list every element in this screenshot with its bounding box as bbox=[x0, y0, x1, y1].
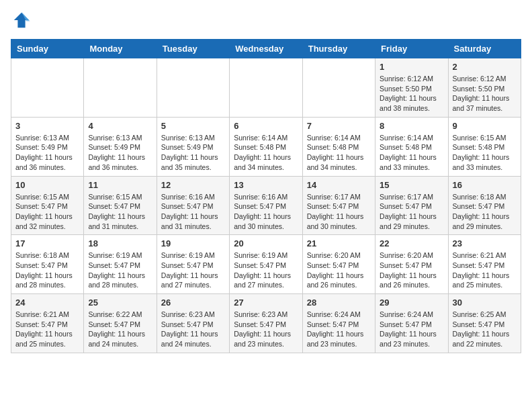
day-info: Sunrise: 6:16 AM Sunset: 5:47 PM Dayligh… bbox=[161, 192, 225, 232]
calendar-week-5: 24Sunrise: 6:21 AM Sunset: 5:47 PM Dayli… bbox=[11, 294, 521, 353]
day-number: 13 bbox=[234, 180, 298, 190]
calendar-cell: 8Sunrise: 6:14 AM Sunset: 5:48 PM Daylig… bbox=[375, 117, 448, 176]
day-number: 1 bbox=[380, 62, 443, 72]
calendar-cell: 24Sunrise: 6:21 AM Sunset: 5:47 PM Dayli… bbox=[11, 294, 84, 353]
calendar-week-1: 1Sunrise: 6:12 AM Sunset: 5:50 PM Daylig… bbox=[11, 58, 521, 118]
calendar-cell: 20Sunrise: 6:19 AM Sunset: 5:47 PM Dayli… bbox=[230, 235, 302, 294]
calendar-cell: 2Sunrise: 6:12 AM Sunset: 5:50 PM Daylig… bbox=[448, 58, 521, 118]
day-info: Sunrise: 6:19 AM Sunset: 5:47 PM Dayligh… bbox=[161, 250, 225, 290]
day-info: Sunrise: 6:12 AM Sunset: 5:50 PM Dayligh… bbox=[380, 74, 443, 113]
day-number: 24 bbox=[15, 298, 79, 308]
day-number: 4 bbox=[88, 121, 152, 131]
day-info: Sunrise: 6:23 AM Sunset: 5:47 PM Dayligh… bbox=[234, 310, 298, 349]
calendar-table: SundayMondayTuesdayWednesdayThursdayFrid… bbox=[11, 39, 521, 353]
day-number: 7 bbox=[307, 121, 371, 131]
day-info: Sunrise: 6:21 AM Sunset: 5:47 PM Dayligh… bbox=[15, 310, 79, 349]
weekday-header-thursday: Thursday bbox=[302, 40, 375, 58]
weekday-header-tuesday: Tuesday bbox=[157, 40, 229, 58]
day-info: Sunrise: 6:19 AM Sunset: 5:47 PM Dayligh… bbox=[88, 250, 152, 290]
calendar-cell: 14Sunrise: 6:17 AM Sunset: 5:47 PM Dayli… bbox=[302, 176, 375, 235]
calendar-cell: 16Sunrise: 6:18 AM Sunset: 5:47 PM Dayli… bbox=[448, 176, 521, 235]
day-number: 25 bbox=[88, 298, 152, 308]
calendar-cell bbox=[157, 58, 229, 118]
day-number: 19 bbox=[161, 238, 225, 248]
day-number: 16 bbox=[453, 180, 517, 190]
day-info: Sunrise: 6:16 AM Sunset: 5:47 PM Dayligh… bbox=[234, 192, 298, 232]
calendar-header-row: SundayMondayTuesdayWednesdayThursdayFrid… bbox=[11, 40, 521, 58]
day-info: Sunrise: 6:15 AM Sunset: 5:47 PM Dayligh… bbox=[15, 192, 79, 232]
day-number: 20 bbox=[234, 238, 298, 248]
calendar-cell: 7Sunrise: 6:14 AM Sunset: 5:48 PM Daylig… bbox=[302, 117, 375, 176]
day-number: 12 bbox=[161, 180, 225, 190]
weekday-header-friday: Friday bbox=[375, 40, 448, 58]
weekday-header-sunday: Sunday bbox=[11, 40, 84, 58]
day-number: 14 bbox=[307, 180, 371, 190]
calendar-cell: 6Sunrise: 6:14 AM Sunset: 5:48 PM Daylig… bbox=[230, 117, 302, 176]
calendar-cell: 25Sunrise: 6:22 AM Sunset: 5:47 PM Dayli… bbox=[84, 294, 157, 353]
day-number: 26 bbox=[161, 298, 225, 308]
day-number: 10 bbox=[15, 180, 79, 190]
day-info: Sunrise: 6:21 AM Sunset: 5:47 PM Dayligh… bbox=[453, 250, 517, 290]
day-number: 5 bbox=[161, 121, 225, 131]
day-info: Sunrise: 6:14 AM Sunset: 5:48 PM Dayligh… bbox=[380, 133, 443, 173]
day-info: Sunrise: 6:24 AM Sunset: 5:47 PM Dayligh… bbox=[307, 310, 371, 349]
day-info: Sunrise: 6:13 AM Sunset: 5:49 PM Dayligh… bbox=[161, 133, 225, 173]
day-number: 23 bbox=[453, 238, 517, 248]
day-number: 3 bbox=[15, 121, 79, 131]
calendar-cell bbox=[230, 58, 302, 118]
day-number: 17 bbox=[15, 238, 79, 248]
day-number: 8 bbox=[380, 121, 443, 131]
day-info: Sunrise: 6:20 AM Sunset: 5:47 PM Dayligh… bbox=[380, 250, 443, 290]
calendar-cell: 17Sunrise: 6:18 AM Sunset: 5:47 PM Dayli… bbox=[11, 235, 84, 294]
logo-icon bbox=[12, 11, 31, 30]
day-info: Sunrise: 6:25 AM Sunset: 5:47 PM Dayligh… bbox=[453, 310, 517, 349]
day-number: 29 bbox=[380, 298, 443, 308]
day-number: 11 bbox=[88, 180, 152, 190]
logo bbox=[11, 11, 34, 32]
calendar-cell: 18Sunrise: 6:19 AM Sunset: 5:47 PM Dayli… bbox=[84, 235, 157, 294]
calendar-cell: 27Sunrise: 6:23 AM Sunset: 5:47 PM Dayli… bbox=[230, 294, 302, 353]
weekday-header-wednesday: Wednesday bbox=[230, 40, 302, 58]
day-number: 28 bbox=[307, 298, 371, 308]
calendar-cell: 13Sunrise: 6:16 AM Sunset: 5:47 PM Dayli… bbox=[230, 176, 302, 235]
calendar-cell: 5Sunrise: 6:13 AM Sunset: 5:49 PM Daylig… bbox=[157, 117, 229, 176]
calendar-cell: 29Sunrise: 6:24 AM Sunset: 5:47 PM Dayli… bbox=[375, 294, 448, 353]
calendar-cell: 1Sunrise: 6:12 AM Sunset: 5:50 PM Daylig… bbox=[375, 58, 448, 118]
day-number: 27 bbox=[234, 298, 298, 308]
weekday-header-saturday: Saturday bbox=[448, 40, 521, 58]
day-info: Sunrise: 6:15 AM Sunset: 5:47 PM Dayligh… bbox=[88, 192, 152, 232]
page-header bbox=[11, 11, 521, 32]
calendar-cell: 4Sunrise: 6:13 AM Sunset: 5:49 PM Daylig… bbox=[84, 117, 157, 176]
day-info: Sunrise: 6:18 AM Sunset: 5:47 PM Dayligh… bbox=[453, 192, 517, 232]
calendar-cell: 21Sunrise: 6:20 AM Sunset: 5:47 PM Dayli… bbox=[302, 235, 375, 294]
calendar-cell: 30Sunrise: 6:25 AM Sunset: 5:47 PM Dayli… bbox=[448, 294, 521, 353]
calendar-cell: 9Sunrise: 6:15 AM Sunset: 5:48 PM Daylig… bbox=[448, 117, 521, 176]
day-info: Sunrise: 6:18 AM Sunset: 5:47 PM Dayligh… bbox=[15, 250, 79, 290]
calendar-cell: 19Sunrise: 6:19 AM Sunset: 5:47 PM Dayli… bbox=[157, 235, 229, 294]
day-number: 15 bbox=[380, 180, 443, 190]
calendar-cell: 22Sunrise: 6:20 AM Sunset: 5:47 PM Dayli… bbox=[375, 235, 448, 294]
day-info: Sunrise: 6:13 AM Sunset: 5:49 PM Dayligh… bbox=[15, 133, 79, 173]
day-info: Sunrise: 6:17 AM Sunset: 5:47 PM Dayligh… bbox=[380, 192, 443, 232]
day-info: Sunrise: 6:14 AM Sunset: 5:48 PM Dayligh… bbox=[307, 133, 371, 173]
calendar-cell: 15Sunrise: 6:17 AM Sunset: 5:47 PM Dayli… bbox=[375, 176, 448, 235]
day-number: 9 bbox=[453, 121, 517, 131]
day-number: 6 bbox=[234, 121, 298, 131]
day-info: Sunrise: 6:20 AM Sunset: 5:47 PM Dayligh… bbox=[307, 250, 371, 290]
calendar-cell: 10Sunrise: 6:15 AM Sunset: 5:47 PM Dayli… bbox=[11, 176, 84, 235]
day-info: Sunrise: 6:15 AM Sunset: 5:48 PM Dayligh… bbox=[453, 133, 517, 173]
day-number: 18 bbox=[88, 238, 152, 248]
calendar-week-3: 10Sunrise: 6:15 AM Sunset: 5:47 PM Dayli… bbox=[11, 176, 521, 235]
day-info: Sunrise: 6:23 AM Sunset: 5:47 PM Dayligh… bbox=[161, 310, 225, 349]
day-info: Sunrise: 6:22 AM Sunset: 5:47 PM Dayligh… bbox=[88, 310, 152, 349]
day-info: Sunrise: 6:14 AM Sunset: 5:48 PM Dayligh… bbox=[234, 133, 298, 173]
calendar-week-2: 3Sunrise: 6:13 AM Sunset: 5:49 PM Daylig… bbox=[11, 117, 521, 176]
calendar-cell bbox=[11, 58, 84, 118]
day-number: 21 bbox=[307, 238, 371, 248]
day-info: Sunrise: 6:12 AM Sunset: 5:50 PM Dayligh… bbox=[453, 74, 517, 113]
calendar-cell: 11Sunrise: 6:15 AM Sunset: 5:47 PM Dayli… bbox=[84, 176, 157, 235]
calendar-cell: 12Sunrise: 6:16 AM Sunset: 5:47 PM Dayli… bbox=[157, 176, 229, 235]
day-info: Sunrise: 6:17 AM Sunset: 5:47 PM Dayligh… bbox=[307, 192, 371, 232]
day-info: Sunrise: 6:13 AM Sunset: 5:49 PM Dayligh… bbox=[88, 133, 152, 173]
day-info: Sunrise: 6:19 AM Sunset: 5:47 PM Dayligh… bbox=[234, 250, 298, 290]
